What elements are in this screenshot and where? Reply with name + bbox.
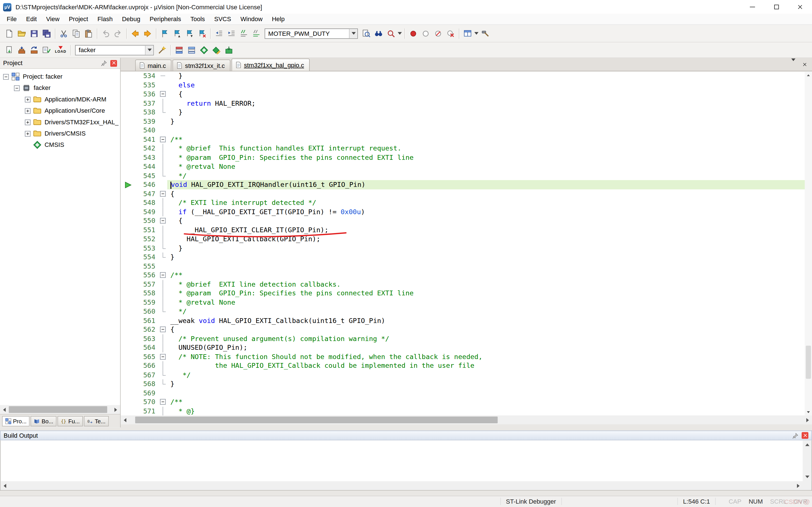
new-file-button[interactable] — [3, 27, 15, 39]
code-line-545[interactable]: 545 */ — [121, 171, 812, 180]
copy-button[interactable] — [70, 27, 82, 39]
tree-item-drivers-cmsis[interactable]: Drivers/CMSIS — [0, 128, 120, 139]
line-margin[interactable] — [121, 361, 135, 370]
fold-marker[interactable] — [159, 216, 167, 225]
fold-marker[interactable] — [159, 271, 167, 280]
menu-window[interactable]: Window — [236, 14, 267, 24]
line-margin[interactable] — [121, 117, 135, 126]
code-line-538[interactable]: 538 } — [121, 108, 812, 117]
menu-flash[interactable]: Flash — [93, 14, 117, 24]
fold-marker[interactable] — [159, 135, 167, 144]
code-line-553[interactable]: 553 } — [121, 243, 812, 252]
line-margin[interactable] — [121, 252, 135, 262]
line-margin[interactable] — [121, 234, 135, 243]
menu-svcs[interactable]: SVCS — [210, 14, 236, 24]
code-line-539[interactable]: 539} — [121, 117, 812, 126]
cut-button[interactable] — [57, 27, 70, 39]
scroll-left-arrow[interactable] — [0, 405, 9, 414]
combo-dropdown-button[interactable] — [349, 29, 357, 38]
tree-item-project-facker[interactable]: Project: facker — [0, 71, 120, 82]
fold-marker[interactable] — [159, 289, 167, 298]
code-line-552[interactable]: 552 HAL_GPIO_EXTI_Callback(GPIO_Pin); — [121, 234, 812, 243]
project-panel-close-button[interactable] — [110, 60, 117, 66]
fold-marker[interactable] — [159, 162, 167, 171]
line-margin[interactable] — [121, 298, 135, 307]
line-margin[interactable] — [121, 334, 135, 343]
navigate-back-button[interactable] — [129, 27, 141, 39]
toggle-bookmark-button[interactable] — [158, 27, 171, 39]
code-line-550[interactable]: 550 { — [121, 216, 812, 225]
code-line-571[interactable]: 571 * @} — [121, 406, 812, 415]
scroll-up-arrow[interactable] — [803, 441, 811, 449]
line-margin[interactable] — [121, 198, 135, 207]
close-button[interactable] — [788, 0, 812, 14]
expand-icon[interactable] — [25, 119, 31, 125]
fold-marker[interactable] — [159, 71, 167, 80]
collapse-icon[interactable] — [14, 85, 20, 91]
line-margin[interactable] — [121, 352, 135, 361]
fold-marker[interactable] — [159, 252, 167, 262]
translate-button[interactable] — [3, 44, 15, 56]
expand-icon[interactable] — [25, 96, 31, 102]
code-line-542[interactable]: 542 * @brief This function handles EXTI … — [121, 144, 812, 153]
line-margin[interactable] — [121, 216, 135, 225]
fold-marker[interactable] — [159, 171, 167, 180]
paste-button[interactable] — [82, 27, 95, 39]
fold-marker[interactable] — [159, 108, 167, 117]
code-line-560[interactable]: 560 */ — [121, 307, 812, 316]
scroll-right-arrow[interactable] — [794, 482, 803, 490]
find-in-files-button[interactable] — [360, 27, 372, 39]
scroll-left-arrow[interactable] — [1, 482, 9, 490]
panel-tab-pro[interactable]: Pro... — [2, 416, 30, 426]
uncomment-selection-button[interactable] — [250, 27, 263, 39]
find-dropdown-button[interactable] — [397, 27, 402, 39]
target-select-combo[interactable]: facker — [75, 45, 154, 55]
collapse-fold-icon[interactable] — [160, 327, 165, 332]
file-extensions-button[interactable] — [185, 44, 198, 56]
menu-peripherals[interactable]: Peripherals — [145, 14, 186, 24]
code-line-570[interactable]: 570/** — [121, 397, 812, 406]
fold-marker[interactable] — [159, 198, 167, 207]
code-line-551[interactable]: 551 __HAL_GPIO_EXTI_CLEAR_IT(GPIO_Pin); — [121, 225, 812, 234]
flash-download-button[interactable]: LOAD — [53, 44, 68, 56]
code-line-564[interactable]: 564 UNUSED(GPIO_Pin); — [121, 343, 812, 352]
editor-hscrollbar[interactable] — [121, 415, 812, 424]
code-line-543[interactable]: 543 * @param GPIO_Pin: Specifies the pin… — [121, 153, 812, 162]
tree-item-drivers-stm32f1xx-hal[interactable]: Drivers/STM32F1xx_HAL_ — [0, 116, 120, 128]
save-all-button[interactable] — [40, 27, 53, 39]
fold-marker[interactable] — [159, 126, 167, 135]
code-line-568[interactable]: 568} — [121, 379, 812, 388]
collapse-fold-icon[interactable] — [160, 136, 165, 142]
tab-stm32f1xx-it-c[interactable]: stm32f1xx_it.c — [172, 59, 231, 71]
scrollbar-thumb[interactable] — [9, 406, 107, 413]
scroll-down-arrow[interactable] — [803, 472, 811, 481]
fold-marker[interactable] — [159, 370, 167, 379]
scroll-left-arrow[interactable] — [121, 415, 130, 424]
line-margin[interactable] — [121, 316, 135, 325]
code-line-554[interactable]: 554} — [121, 252, 812, 262]
line-margin[interactable] — [121, 343, 135, 352]
scroll-up-arrow[interactable] — [805, 71, 812, 78]
pin-icon[interactable] — [101, 60, 107, 66]
build-output-content[interactable] — [0, 441, 812, 491]
collapse-fold-icon[interactable] — [160, 399, 165, 405]
debug-windows-button[interactable] — [461, 27, 474, 39]
fold-marker[interactable] — [159, 316, 167, 325]
line-margin[interactable] — [121, 243, 135, 252]
tree-item-application-mdk-arm[interactable]: Application/MDK-ARM — [0, 94, 120, 105]
line-margin[interactable] — [121, 207, 135, 216]
code-line-562[interactable]: 562{ — [121, 325, 812, 334]
menu-project[interactable]: Project — [64, 14, 93, 24]
code-line-563[interactable]: 563 /* Prevent unused argument(s) compil… — [121, 334, 812, 343]
line-margin[interactable] — [121, 370, 135, 379]
scroll-right-arrow[interactable] — [803, 415, 812, 424]
line-margin[interactable] — [121, 80, 135, 90]
line-margin[interactable] — [121, 388, 135, 397]
fold-marker[interactable] — [159, 234, 167, 243]
fold-marker[interactable] — [159, 397, 167, 406]
code-line-561[interactable]: 561__weak void HAL_GPIO_EXTI_Callback(ui… — [121, 316, 812, 325]
code-line-544[interactable]: 544 * @retval None — [121, 162, 812, 171]
line-margin[interactable] — [121, 225, 135, 234]
build-button[interactable] — [15, 44, 28, 56]
fold-marker[interactable] — [159, 80, 167, 90]
